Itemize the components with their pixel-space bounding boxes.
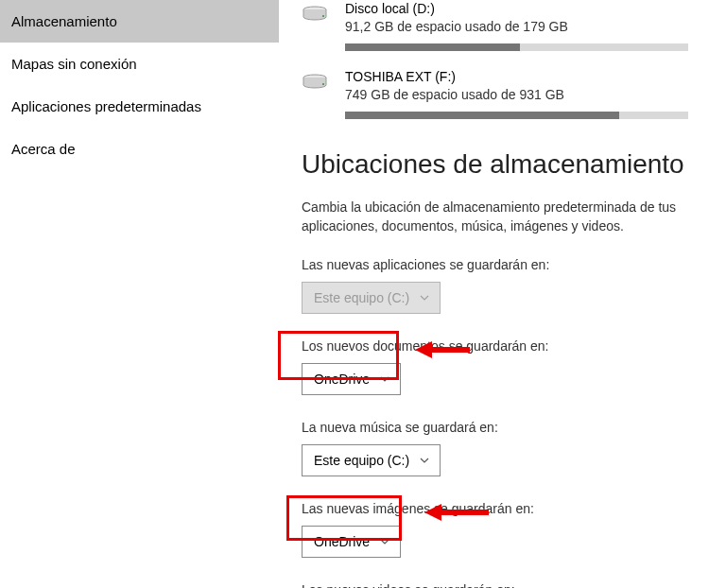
field-label: Las nuevas aplicaciones se guardarán en:: [302, 257, 688, 272]
drive-progress-fill: [345, 112, 619, 119]
sidebar-item-default-apps[interactable]: Aplicaciones predeterminadas: [0, 85, 279, 128]
drive-row-f[interactable]: TOSHIBA EXT (F:) 749 GB de espacio usado…: [302, 68, 688, 119]
sidebar-item-label: Aplicaciones predeterminadas: [11, 98, 201, 114]
select-new-documents-location[interactable]: OneDrive: [302, 363, 401, 395]
settings-window: Almacenamiento Mapas sin conexión Aplica…: [0, 0, 709, 588]
drive-usage: 749 GB de espacio usado de 931 GB: [345, 87, 688, 102]
field-new-apps: Las nuevas aplicaciones se guardarán en:…: [302, 257, 688, 314]
select-value: OneDrive: [314, 534, 370, 549]
field-new-videos: Los nuevos videos se guardarán en:: [302, 582, 688, 588]
select-value: OneDrive: [314, 372, 370, 387]
field-label: Los nuevos videos se guardarán en:: [302, 582, 688, 588]
field-label: Las nuevas imágenes se guardarán en:: [302, 501, 688, 516]
sidebar-item-about[interactable]: Acerca de: [0, 128, 279, 170]
select-new-apps-location: Este equipo (C:): [302, 282, 441, 314]
sidebar-item-offline-maps[interactable]: Mapas sin conexión: [0, 43, 279, 85]
hard-drive-icon: [302, 74, 328, 93]
field-new-images: Las nuevas imágenes se guardarán en: One…: [302, 501, 688, 558]
sidebar-item-label: Almacenamiento: [11, 13, 117, 29]
chevron-down-icon: [379, 373, 390, 385]
svg-rect-3: [322, 83, 324, 85]
sidebar-item-label: Mapas sin conexión: [11, 56, 137, 72]
drive-info: Disco local (D:) 91,2 GB de espacio usad…: [345, 0, 688, 51]
chevron-down-icon: [419, 292, 430, 303]
field-new-music: La nueva música se guardará en: Este equ…: [302, 420, 688, 476]
select-new-images-location[interactable]: OneDrive: [302, 526, 401, 558]
section-title-storage-locations: Ubicaciones de almacenamiento: [302, 149, 688, 180]
drive-info: TOSHIBA EXT (F:) 749 GB de espacio usado…: [345, 68, 688, 119]
sidebar-item-label: Acerca de: [11, 141, 76, 157]
drive-name: TOSHIBA EXT (F:): [345, 68, 688, 85]
drive-name: Disco local (D:): [345, 0, 688, 17]
select-new-music-location[interactable]: Este equipo (C:): [302, 444, 441, 476]
drive-progress-bar: [345, 43, 688, 51]
main-content: Disco local (D:) 91,2 GB de espacio usad…: [279, 0, 709, 588]
chevron-down-icon: [379, 536, 390, 547]
hard-drive-icon: [302, 6, 328, 25]
select-value: Este equipo (C:): [314, 453, 409, 468]
drive-usage: 91,2 GB de espacio usado de 179 GB: [345, 19, 688, 34]
select-value: Este equipo (C:): [314, 290, 409, 305]
section-description: Cambia la ubicación de almacenamiento pr…: [302, 199, 680, 235]
drive-row-d[interactable]: Disco local (D:) 91,2 GB de espacio usad…: [302, 0, 688, 51]
chevron-down-icon: [419, 455, 430, 466]
sidebar-nav: Almacenamiento Mapas sin conexión Aplica…: [0, 0, 279, 588]
svg-rect-1: [322, 15, 324, 17]
field-label: La nueva música se guardará en:: [302, 420, 688, 435]
drive-progress-fill: [345, 43, 520, 51]
field-new-documents: Los nuevos documentos se guardarán en: O…: [302, 338, 688, 395]
field-label: Los nuevos documentos se guardarán en:: [302, 338, 688, 354]
drive-progress-bar: [345, 112, 688, 119]
sidebar-item-storage[interactable]: Almacenamiento: [0, 0, 279, 43]
